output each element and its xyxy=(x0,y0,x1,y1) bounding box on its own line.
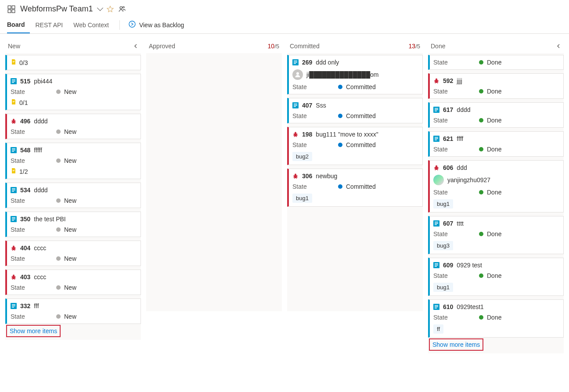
work-item-title: dddd xyxy=(34,187,47,194)
work-item-card[interactable]: 496ddddStateNew xyxy=(5,114,141,139)
tasks-rollup[interactable]: 1/2 xyxy=(11,168,136,175)
tags-row: bug1 xyxy=(433,199,559,209)
column-done: Done StateDone592jjjjStateDone617ddddSta… xyxy=(428,39,564,353)
work-item-card[interactable]: 0/3 xyxy=(5,55,141,70)
state-dot-icon xyxy=(479,147,483,151)
work-item-card[interactable]: 6090929 testStateDonebug1 xyxy=(428,258,564,296)
tag[interactable]: bug1 xyxy=(433,283,453,292)
state-dot-icon xyxy=(338,184,342,189)
state-label: State xyxy=(11,313,53,320)
card-list-committed: 269ddd onlyji██████████████omStateCommit… xyxy=(287,53,423,207)
wip-indicator: 13/5 xyxy=(409,43,420,50)
favorite-star-icon[interactable] xyxy=(107,6,114,13)
svg-rect-49 xyxy=(435,108,438,109)
column-title: Committed xyxy=(290,43,320,50)
svg-rect-23 xyxy=(12,219,15,219)
assignee-row[interactable]: ji██████████████om xyxy=(292,69,418,80)
work-item-card[interactable]: 350the test PBIStateNew xyxy=(5,212,141,237)
work-item-card[interactable]: 617ddddStateDone xyxy=(428,102,564,128)
tasks-rollup[interactable]: 0/1 xyxy=(11,99,136,106)
view-as-backlog-button[interactable]: View as Backlog xyxy=(123,16,189,33)
state-value: New xyxy=(64,88,76,95)
bug-icon xyxy=(292,131,299,137)
show-more-new[interactable]: Show more items xyxy=(7,326,60,336)
svg-point-12 xyxy=(13,119,14,121)
tag[interactable]: bug2 xyxy=(292,152,312,161)
collapse-column-icon[interactable] xyxy=(556,43,561,49)
svg-rect-14 xyxy=(12,148,15,149)
chevron-down-icon[interactable] xyxy=(97,4,103,11)
work-item-card[interactable]: 332fffStateNew xyxy=(5,298,141,324)
tags-row: bug1 xyxy=(433,283,559,292)
card-title-row: 548fffff xyxy=(11,147,136,154)
work-item-title: newbug xyxy=(316,173,337,180)
work-item-card[interactable]: 269ddd onlyji██████████████omStateCommit… xyxy=(287,55,423,94)
work-item-title: tttt xyxy=(457,220,464,227)
kanban-board: New 0/3515pbi444StateNew0/1496ddddStateN… xyxy=(0,34,569,353)
tasks-count: 0/1 xyxy=(19,99,28,106)
work-item-card[interactable]: 607ttttStateDonebug3 xyxy=(428,216,564,254)
svg-rect-3 xyxy=(12,10,15,13)
assignee-row[interactable]: yanjingzhu0927 xyxy=(433,175,559,185)
svg-point-26 xyxy=(13,246,14,248)
tab-board[interactable]: Board xyxy=(7,17,30,33)
state-label: State xyxy=(11,157,53,164)
svg-rect-0 xyxy=(8,6,11,9)
tag[interactable]: ff xyxy=(433,324,443,334)
tasks-rollup[interactable]: 0/3 xyxy=(11,59,136,66)
work-item-title: dddd xyxy=(34,118,47,125)
work-item-card[interactable]: 592jjjjStateDone xyxy=(428,73,564,99)
wip-indicator: 10/5 xyxy=(268,43,279,50)
add-member-icon[interactable] xyxy=(118,5,126,13)
work-item-card[interactable]: 6100929test1StateDoneff xyxy=(428,299,564,338)
bug-icon xyxy=(11,274,17,280)
work-item-card[interactable]: 198bug111 "move to xxxx"StateCommittedbu… xyxy=(287,127,423,165)
card-title-row: 606ddd xyxy=(433,164,559,171)
tab-bar: Board REST API Web Context View as Backl… xyxy=(0,16,569,34)
show-more-done[interactable]: Show more items xyxy=(430,339,483,350)
work-item-title: 0929 test xyxy=(457,262,482,269)
state-dot-icon xyxy=(479,118,483,122)
svg-point-57 xyxy=(436,165,437,167)
pbi-icon xyxy=(11,187,17,193)
tag[interactable]: bug3 xyxy=(433,241,453,250)
state-value: New xyxy=(64,157,76,164)
work-item-card[interactable]: 606dddyanjingzhu0927StateDonebug1 xyxy=(428,160,564,212)
state-dot-icon xyxy=(56,314,61,319)
work-item-card[interactable]: 621ffffStateDone xyxy=(428,131,564,157)
svg-point-4 xyxy=(120,7,122,9)
work-item-card[interactable]: 407SssStateCommitted xyxy=(287,98,423,123)
work-item-card[interactable]: 548fffffStateNew1/2 xyxy=(5,143,141,179)
work-item-id: 548 xyxy=(20,147,30,154)
work-item-card[interactable]: 404ccccStateNew xyxy=(5,241,141,266)
work-item-id: 610 xyxy=(443,303,453,310)
work-item-card[interactable]: 306newbugStateCommittedbug1 xyxy=(287,169,423,207)
state-row: StateDone xyxy=(433,314,559,321)
tag[interactable]: bug1 xyxy=(433,199,453,209)
team-name[interactable]: WebformsPw Team1 xyxy=(20,4,93,14)
tab-rest-api[interactable]: REST API xyxy=(35,17,68,33)
card-title-row: 407Sss xyxy=(292,102,418,109)
collapse-column-icon[interactable] xyxy=(133,43,138,49)
state-row: StateDone xyxy=(433,59,559,66)
tab-web-context[interactable]: Web Context xyxy=(73,17,114,33)
pbi-icon xyxy=(433,262,439,268)
state-label: State xyxy=(11,284,53,291)
state-label: State xyxy=(433,189,475,196)
svg-rect-36 xyxy=(294,63,296,64)
tag[interactable]: bug1 xyxy=(292,194,312,203)
card-list-done: StateDone592jjjjStateDone617ddddStateDon… xyxy=(428,53,564,338)
state-dot-icon xyxy=(479,60,483,65)
work-item-id: 198 xyxy=(302,131,312,138)
svg-point-6 xyxy=(129,21,135,27)
work-item-card[interactable]: 515pbi444StateNew0/1 xyxy=(5,74,141,110)
work-item-card[interactable]: 534ddddStateNew xyxy=(5,183,141,208)
svg-rect-16 xyxy=(12,151,14,152)
pbi-icon xyxy=(292,59,299,65)
state-value: Committed xyxy=(346,183,376,190)
team-icon xyxy=(7,5,16,14)
svg-point-28 xyxy=(13,275,14,277)
work-item-card[interactable]: 403ccccStateNew xyxy=(5,270,141,295)
svg-rect-53 xyxy=(435,137,438,138)
work-item-card[interactable]: StateDone xyxy=(428,55,564,70)
